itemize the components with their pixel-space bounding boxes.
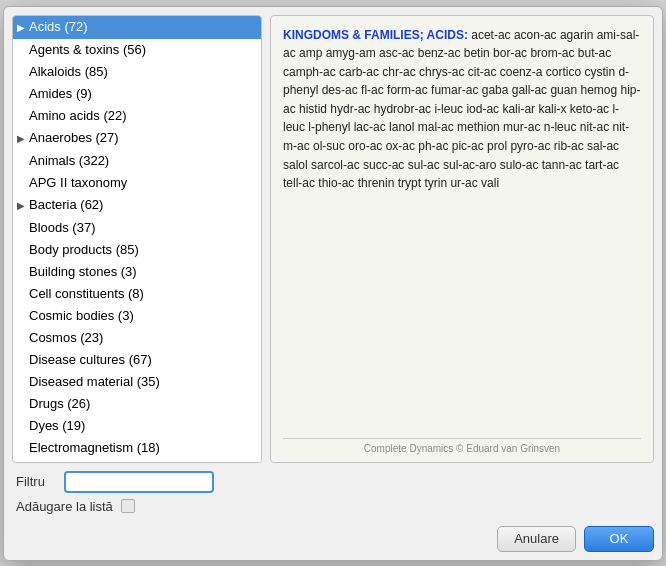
list-item-diseased-material[interactable]: Diseased material (35)	[13, 371, 261, 393]
filtru-row: Filtru	[16, 471, 650, 493]
main-content: ▶ Acids (72)Agents & toxins (56)Alkaloid…	[4, 7, 662, 463]
list-item-label: Bloods (37)	[29, 220, 95, 235]
content-body: acet-ac acon-ac agarin ami-sal-ac amp am…	[283, 28, 641, 191]
list-item-label: Amides (9)	[29, 86, 92, 101]
list-item-label: Electromagnetism (18)	[29, 440, 160, 455]
list-item-label: APG II taxonomy	[29, 175, 127, 190]
button-row: Anulare OK	[4, 522, 662, 560]
list-item-building-stones[interactable]: Building stones (3)	[13, 261, 261, 283]
expand-arrow-icon: ▶	[17, 197, 29, 215]
list-item-dyes[interactable]: Dyes (19)	[13, 415, 261, 437]
content-footer: Complete Dynamics © Eduard van Grinsven	[283, 438, 641, 454]
list-item-animals[interactable]: Animals (322)	[13, 150, 261, 172]
list-item-electromagnetism[interactable]: Electromagnetism (18)	[13, 437, 261, 459]
list-item-label: Acids (72)	[29, 19, 88, 34]
list-item-label: Disease cultures (67)	[29, 352, 152, 367]
expand-arrow-icon: ▶	[17, 130, 29, 148]
list-item-label: Cosmos (23)	[29, 330, 103, 345]
list-item-apg2[interactable]: APG II taxonomy	[13, 172, 261, 194]
cancel-button[interactable]: Anulare	[497, 526, 576, 552]
list-item-label: Bacteria (62)	[29, 197, 103, 212]
list-item-alkaloids[interactable]: Alkaloids (85)	[13, 61, 261, 83]
list-item-bloods[interactable]: Bloods (37)	[13, 217, 261, 239]
list-item-label: Diseased material (35)	[29, 374, 160, 389]
list-panel[interactable]: ▶ Acids (72)Agents & toxins (56)Alkaloid…	[12, 15, 262, 463]
list-item-label: Animals (322)	[29, 153, 109, 168]
filtru-input[interactable]	[64, 471, 214, 493]
list-item-label: Anaerobes (27)	[29, 130, 119, 145]
list-item-cosmos[interactable]: Cosmos (23)	[13, 327, 261, 349]
list-item-disease-cultures[interactable]: Disease cultures (67)	[13, 349, 261, 371]
adaugare-row: Adăugare la listă	[16, 499, 650, 514]
dialog: ▶ Acids (72)Agents & toxins (56)Alkaloid…	[3, 6, 663, 561]
list-item-label: Amino acids (22)	[29, 108, 127, 123]
list-item-acids[interactable]: ▶ Acids (72)	[13, 16, 261, 39]
list-item-bacteria[interactable]: ▶ Bacteria (62)	[13, 194, 261, 217]
list-item-body-products[interactable]: Body products (85)	[13, 239, 261, 261]
list-item-agents-toxins[interactable]: Agents & toxins (56)	[13, 39, 261, 61]
expand-arrow-icon: ▶	[17, 19, 29, 37]
list-item-label: Building stones (3)	[29, 264, 137, 279]
content-panel: KINGDOMS & FAMILIES; ACIDS: acet-ac acon…	[270, 15, 654, 463]
bottom-controls: Filtru Adăugare la listă	[4, 463, 662, 522]
list-item-cell-constituents[interactable]: Cell constituents (8)	[13, 283, 261, 305]
list-item-anaerobes[interactable]: ▶ Anaerobes (27)	[13, 127, 261, 150]
list-item-label: Cell constituents (8)	[29, 286, 144, 301]
list-item-label: Dyes (19)	[29, 418, 85, 433]
list-item-label: Drugs (26)	[29, 396, 90, 411]
adaugare-checkbox[interactable]	[121, 499, 135, 513]
content-title: KINGDOMS & FAMILIES; ACIDS:	[283, 28, 468, 42]
list-item-amides[interactable]: Amides (9)	[13, 83, 261, 105]
list-item-label: Alkaloids (85)	[29, 64, 108, 79]
list-item-label: Body products (85)	[29, 242, 139, 257]
ok-button[interactable]: OK	[584, 526, 654, 552]
list-item-drugs[interactable]: Drugs (26)	[13, 393, 261, 415]
list-item-cosmic-bodies[interactable]: Cosmic bodies (3)	[13, 305, 261, 327]
adaugare-label: Adăugare la listă	[16, 499, 113, 514]
list-item-label: Agents & toxins (56)	[29, 42, 146, 57]
content-text: KINGDOMS & FAMILIES; ACIDS: acet-ac acon…	[283, 26, 641, 432]
list-item-label: Cosmic bodies (3)	[29, 308, 134, 323]
filtru-label: Filtru	[16, 474, 56, 489]
list-item-amino-acids[interactable]: Amino acids (22)	[13, 105, 261, 127]
